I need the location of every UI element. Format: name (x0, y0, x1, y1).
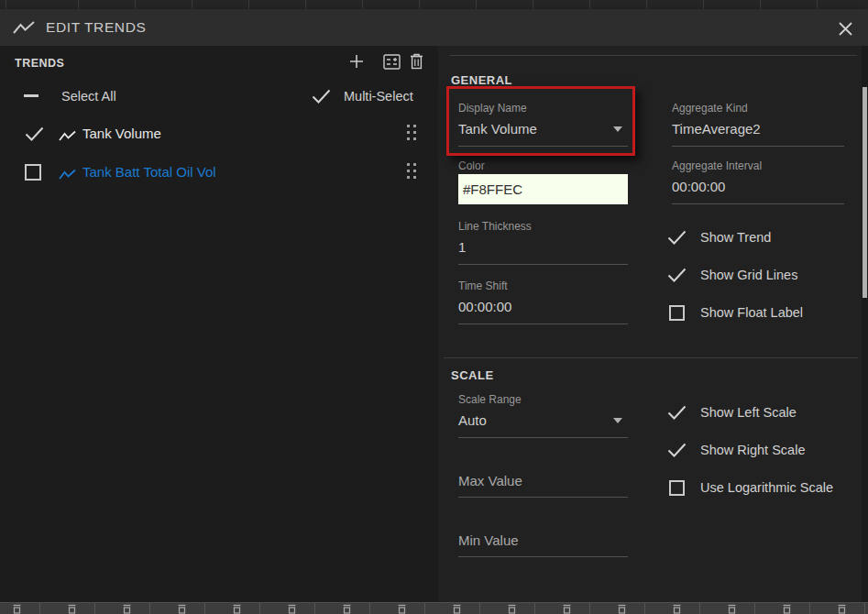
display-name-label: Display Name (458, 102, 628, 115)
checkbox-label: Show Trend (700, 230, 771, 245)
lock-marker-icon (507, 604, 518, 614)
lock-marker-icon (727, 604, 738, 614)
show-trend-checkbox[interactable]: Show Trend (666, 228, 771, 247)
lock-marker-icon (837, 604, 848, 614)
use-logarithmic-scale-checkbox[interactable]: Use Logarithmic Scale (666, 478, 833, 497)
multi-select-checkbox-checked[interactable] (312, 89, 331, 107)
checkbox-label: Show Left Scale (700, 405, 797, 420)
min-value-field[interactable]: Min Value (458, 532, 628, 557)
field-underline (458, 437, 628, 438)
dialog-title: EDIT TRENDS (46, 19, 146, 36)
scale-range-label: Scale Range (458, 393, 628, 406)
display-name-field[interactable]: Display Name Tank Volume (458, 102, 628, 147)
general-section-title: GENERAL (451, 73, 512, 87)
trend-checkbox-checked[interactable] (25, 126, 44, 145)
color-field[interactable]: Color (458, 159, 628, 204)
field-underline (458, 556, 628, 557)
lock-marker-icon (617, 604, 628, 614)
field-underline (458, 497, 628, 498)
aggregate-interval-label: Aggregate Interval (672, 159, 844, 172)
delete-trend-button[interactable] (405, 50, 427, 72)
trend-name[interactable]: Tank Volume (82, 126, 161, 141)
line-thickness-value[interactable]: 1 (458, 238, 628, 257)
dialog-body: TRENDS (0, 46, 868, 602)
scale-range-select[interactable]: Auto (458, 411, 628, 430)
trend-row[interactable]: Tank Volume (0, 119, 438, 150)
checkmark-icon (666, 230, 687, 245)
lock-marker-icon (452, 604, 463, 614)
show-float-label-checkbox[interactable]: Show Float Label (666, 303, 803, 322)
time-shift-label: Time Shift (458, 280, 628, 292)
lock-marker-icon (562, 604, 573, 614)
scale-range-field[interactable]: Scale Range Auto (458, 393, 628, 438)
checkbox-empty-icon (666, 305, 687, 321)
line-thickness-field[interactable]: Line Thickness 1 (458, 220, 628, 265)
lock-marker-icon (12, 604, 23, 614)
field-underline (458, 146, 628, 147)
multi-select-label[interactable]: Multi-Select (344, 89, 413, 104)
show-left-scale-checkbox[interactable]: Show Left Scale (666, 403, 797, 422)
lock-marker-icon (672, 604, 683, 614)
aggregate-interval-value[interactable]: 00:00:00 (672, 178, 844, 196)
color-label: Color (458, 159, 628, 172)
trends-panel: TRENDS (0, 46, 438, 602)
checkbox-label: Show Float Label (700, 305, 803, 320)
aggregate-interval-field[interactable]: Aggregate Interval 00:00:00 (672, 159, 844, 204)
trend-line-icon (59, 129, 76, 146)
trend-line-icon (13, 20, 35, 36)
checkbox-label: Show Right Scale (700, 443, 805, 457)
aggregate-kind-field[interactable]: Aggregate Kind TimeAverage2 (672, 102, 844, 147)
display-name-select[interactable]: Tank Volume (458, 120, 628, 138)
drag-handle-icon[interactable] (407, 163, 419, 182)
aggregate-kind-value[interactable]: TimeAverage2 (672, 120, 844, 138)
background-grid-top (0, 0, 868, 9)
settings-panel: GENERAL Display Name Tank Volume Aggrega… (438, 46, 868, 602)
time-shift-value[interactable]: 00:00:00 (458, 298, 628, 316)
trend-row[interactable]: Tank Batt Total Oil Vol (0, 158, 438, 189)
checkbox-empty-icon (666, 480, 687, 496)
select-all-checkbox-indeterminate[interactable] (24, 94, 38, 97)
aggregate-kind-label: Aggregate Kind (672, 102, 844, 115)
time-shift-field[interactable]: Time Shift 00:00:00 (458, 280, 628, 324)
lock-marker-icon (122, 604, 133, 614)
scrollbar[interactable] (862, 46, 868, 602)
screen: EDIT TRENDS TRENDS (0, 0, 868, 614)
add-trend-button[interactable] (346, 50, 368, 72)
show-right-scale-checkbox[interactable]: Show Right Scale (666, 441, 805, 459)
drag-handle-icon[interactable] (407, 125, 419, 144)
dialog-header: EDIT TRENDS (0, 9, 868, 46)
edit-trends-dialog: EDIT TRENDS TRENDS (0, 9, 868, 602)
line-thickness-label: Line Thickness (458, 220, 628, 233)
chevron-down-icon (613, 126, 622, 132)
batch-add-button[interactable] (380, 50, 402, 72)
min-value-placeholder[interactable]: Min Value (458, 532, 628, 549)
field-underline (672, 203, 844, 204)
show-grid-lines-checkbox[interactable]: Show Grid Lines (666, 266, 797, 284)
trends-panel-title: TRENDS (15, 57, 64, 70)
color-input[interactable] (458, 174, 628, 204)
checkmark-icon (666, 268, 687, 282)
checkbox-label: Use Logarithmic Scale (700, 480, 833, 495)
chevron-down-icon (613, 418, 622, 423)
trend-name[interactable]: Tank Batt Total Oil Vol (82, 164, 216, 180)
divider (444, 357, 858, 358)
timeline-strip (0, 602, 868, 614)
lock-marker-icon (67, 604, 78, 614)
close-icon[interactable] (833, 16, 857, 40)
lock-marker-icon (177, 604, 188, 614)
field-underline (672, 146, 844, 147)
checkmark-icon (666, 405, 687, 420)
lock-marker-icon (287, 604, 298, 614)
lock-marker-icon (782, 604, 793, 614)
max-value-placeholder[interactable]: Max Value (458, 473, 628, 489)
trend-line-icon (59, 168, 76, 184)
scale-section-title: SCALE (451, 368, 494, 382)
max-value-field[interactable]: Max Value (458, 473, 628, 498)
scrollbar-thumb[interactable] (863, 87, 867, 298)
trend-checkbox-unchecked[interactable] (25, 164, 41, 181)
divider (449, 55, 857, 56)
select-all-label[interactable]: Select All (61, 89, 116, 104)
lock-marker-icon (232, 604, 243, 614)
checkmark-icon (666, 443, 687, 457)
lock-marker-icon (342, 604, 353, 614)
